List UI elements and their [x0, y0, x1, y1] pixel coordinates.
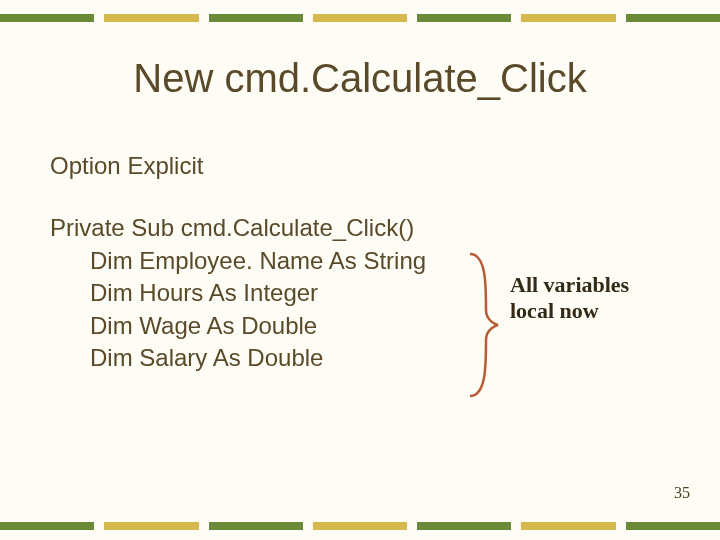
code-block: Option Explicit Private Sub cmd.Calculat…	[50, 150, 426, 374]
bottom-decorative-stripe	[0, 522, 720, 530]
code-line-sub: Private Sub cmd.Calculate_Click()	[50, 212, 426, 244]
code-line-dim3: Dim Wage As Double	[50, 310, 426, 342]
curly-brace-icon	[460, 250, 500, 400]
top-decorative-stripe	[0, 14, 720, 22]
code-line-dim4: Dim Salary As Double	[50, 342, 426, 374]
code-line-dim2: Dim Hours As Integer	[50, 277, 426, 309]
page-number: 35	[674, 484, 690, 502]
annotation-line1: All variables	[510, 272, 629, 298]
code-line-option: Option Explicit	[50, 150, 426, 182]
slide-title: New cmd.Calculate_Click	[0, 56, 720, 101]
annotation-text: All variables local now	[510, 272, 629, 325]
code-line-dim1: Dim Employee. Name As String	[50, 245, 426, 277]
annotation-line2: local now	[510, 298, 629, 324]
